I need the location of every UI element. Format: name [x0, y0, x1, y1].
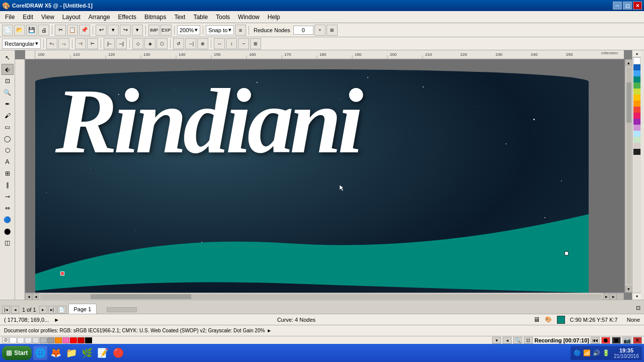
rec-camera-btn[interactable]: 📷	[622, 337, 631, 344]
color-lavender-swatch[interactable]	[633, 125, 640, 131]
export-button[interactable]: EXP	[160, 25, 172, 36]
palette-black[interactable]	[85, 337, 92, 343]
rectangle-tool[interactable]: ▭	[2, 122, 14, 133]
polygon-tool[interactable]: ⬡	[2, 145, 14, 156]
restore-button[interactable]: ◻	[623, 2, 632, 10]
print-button[interactable]: 🖨	[38, 25, 49, 36]
rec-stop-btn[interactable]: ⏹	[612, 337, 621, 344]
eyedropper-tool[interactable]: 🔵	[2, 214, 14, 225]
close-curve[interactable]: ⊕	[197, 38, 208, 49]
taskbar-app2-btn[interactable]: 📝	[96, 346, 110, 360]
rec-record-btn[interactable]: ⏺	[601, 337, 610, 344]
elastic-mode[interactable]: ~	[238, 38, 249, 49]
node-smooth[interactable]: ◈	[144, 38, 155, 49]
palette-gray2[interactable]	[40, 337, 47, 343]
menu-layout[interactable]: Layout	[58, 13, 85, 22]
add-page-btn[interactable]: 📄	[57, 306, 66, 314]
rec-full-btn[interactable]: ⊡	[524, 337, 533, 344]
zoom-dropdown[interactable]: 200% ▾	[177, 25, 200, 35]
text-tool[interactable]: A	[2, 156, 14, 167]
snap-options-button[interactable]: ≡	[235, 25, 246, 36]
mirror-y[interactable]: ↕	[226, 38, 237, 49]
hscroll-prev-btn[interactable]: ◂	[32, 293, 39, 300]
connector-tool[interactable]: ⊸	[2, 191, 14, 202]
select-tool[interactable]: ↖	[2, 52, 14, 63]
vscroll-track[interactable]	[626, 67, 631, 285]
color-lightblue-swatch[interactable]	[633, 131, 640, 137]
mirror-x[interactable]: ↔	[214, 38, 225, 49]
color-panel-top-btn[interactable]: ▴	[632, 50, 641, 57]
vscroll-thumb[interactable]	[626, 82, 631, 123]
paste-button[interactable]: 📌	[79, 25, 90, 36]
palette-orange[interactable]	[55, 337, 62, 343]
shape-type-dropdown[interactable]: Rectangular ▾	[2, 39, 41, 49]
color-orange-swatch[interactable]	[633, 101, 640, 107]
page-prev-btn[interactable]: ◂	[11, 306, 19, 314]
color-pink-swatch[interactable]	[633, 113, 640, 119]
extend-curve[interactable]: →|	[185, 38, 196, 49]
color-teal-swatch[interactable]	[633, 76, 640, 82]
hscroll-right-btn[interactable]: ▸	[610, 293, 617, 300]
color-purple-swatch[interactable]	[633, 119, 640, 125]
color-white-swatch[interactable]	[633, 57, 640, 64]
color-blue-swatch[interactable]	[633, 70, 640, 76]
node-break-button[interactable]: ⊣	[75, 38, 86, 49]
parallel-tool[interactable]: ∥	[2, 179, 14, 191]
node-cusp[interactable]: ◇	[132, 38, 143, 49]
crop-tool[interactable]: ⊡	[2, 75, 14, 86]
new-button[interactable]: 📄	[2, 25, 13, 36]
open-button[interactable]: 📂	[14, 25, 25, 36]
undo-dropdown[interactable]: ▾	[108, 25, 119, 36]
taskbar-firefox-btn[interactable]: 🦊	[49, 346, 63, 360]
hscroll-left-btn[interactable]: ◂	[25, 293, 32, 300]
reduce-nodes-up[interactable]: +	[314, 25, 326, 36]
menu-edit[interactable]: Edit	[19, 13, 37, 22]
fill-tool[interactable]: ⬤	[2, 226, 14, 237]
page-next-btn[interactable]: ▸	[39, 306, 47, 314]
vscrollbar[interactable]: ▴ ▾	[625, 59, 632, 293]
coord-expand[interactable]: ►	[54, 317, 59, 323]
palette-near-white[interactable]	[17, 337, 24, 343]
palette-darkred[interactable]	[77, 337, 85, 343]
redo-button[interactable]: ↪	[120, 25, 131, 36]
page-view-btn[interactable]: ⊡	[633, 303, 643, 313]
color-tan-swatch[interactable]	[633, 143, 640, 149]
hscrollbar[interactable]: ◂ ◂ ▸ ▸	[25, 293, 624, 300]
reduce-nodes-action[interactable]: ⊞	[327, 25, 338, 36]
hscroll-thumb[interactable]	[91, 294, 191, 299]
color-blue-dark-swatch[interactable]	[633, 64, 640, 70]
node-remove-button[interactable]: -⬦	[58, 38, 69, 49]
rec-menu-btn[interactable]: ▾	[492, 337, 501, 344]
menu-view[interactable]: View	[37, 13, 58, 22]
taskbar-app3-btn[interactable]: 🔴	[111, 346, 125, 360]
save-button[interactable]: 💾	[26, 25, 37, 36]
menu-text[interactable]: Text	[170, 13, 189, 22]
cut-button[interactable]: ✂	[55, 25, 66, 36]
color-red-swatch[interactable]	[633, 107, 640, 113]
zoom-tool[interactable]: 🔍	[2, 87, 14, 98]
hscroll-next-btn[interactable]: ▸	[603, 293, 610, 300]
hscroll2[interactable]	[97, 306, 632, 313]
fill-color-box[interactable]	[557, 316, 565, 324]
hscroll-track[interactable]	[40, 294, 602, 299]
taskbar-folder-btn[interactable]: 📁	[64, 346, 78, 360]
line-to-curve[interactable]: ─∫	[116, 38, 127, 49]
menu-bitmaps[interactable]: Bitmaps	[140, 13, 170, 22]
start-button[interactable]: ⊞ Start	[2, 346, 32, 360]
color-yellow-swatch[interactable]	[633, 95, 640, 101]
menu-tools[interactable]: Tools	[212, 13, 234, 22]
menu-file[interactable]: File	[1, 13, 19, 22]
node-join-button[interactable]: ⊢	[87, 38, 98, 49]
redo-dropdown[interactable]: ▾	[132, 25, 143, 36]
close-button[interactable]: ✕	[633, 2, 642, 10]
rec-prev-btn[interactable]: ◂	[503, 337, 512, 344]
color-panel-bottom-btn[interactable]: ▾	[632, 293, 641, 300]
ellipse-tool[interactable]: ◯	[2, 133, 14, 144]
minimize-button[interactable]: ─	[613, 2, 622, 10]
rec-zoom-btn[interactable]: 🔍	[513, 337, 522, 344]
page-tab-1[interactable]: Page 1	[68, 304, 97, 314]
rec-close-btn[interactable]: ✕	[633, 337, 642, 344]
palette-light-gray[interactable]	[25, 337, 32, 343]
no-fill-swatch[interactable]: ∅	[2, 337, 9, 343]
reduce-nodes-input[interactable]: 0	[293, 26, 313, 35]
